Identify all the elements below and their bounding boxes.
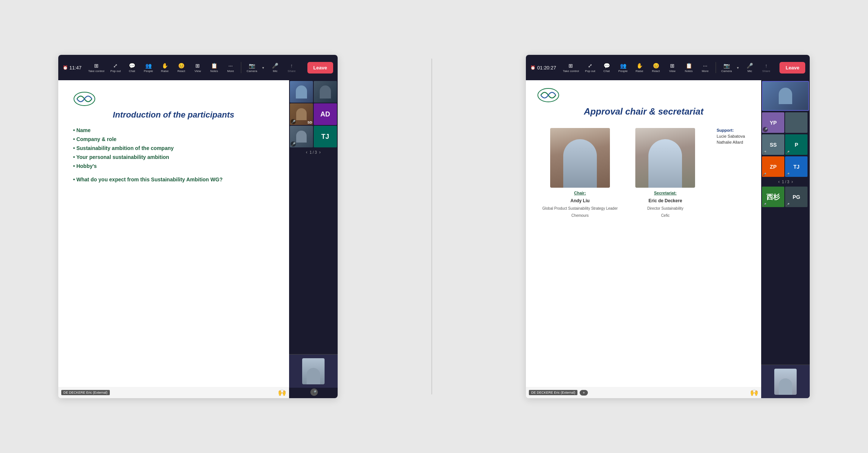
mic-btn-1[interactable]: 🎤 Mic	[268, 61, 283, 74]
avatar-p: P	[795, 142, 798, 148]
self-avatar-1	[302, 358, 325, 384]
react-btn-1[interactable]: 😊 React	[174, 61, 189, 74]
add-reaction-btn[interactable]: +	[580, 390, 588, 396]
raise-icon-1: ✋	[162, 63, 168, 69]
sec-label: Secretariat:	[654, 191, 677, 195]
sec-name: Eric de Deckere	[648, 198, 682, 203]
camera-chevron-1[interactable]: ▾	[260, 66, 266, 70]
support-name2: Nathalie Allard	[717, 140, 743, 144]
camera-btn-2[interactable]: 📷 Camera	[719, 61, 734, 74]
divider-2	[716, 62, 716, 73]
people-icon-2: 👥	[620, 63, 626, 69]
participant-thumb-tj: TJ	[314, 126, 337, 147]
raise-btn-2[interactable]: ✋ Raise	[632, 61, 647, 74]
mic-icon-1: 🎤	[272, 63, 278, 69]
view-icon-2: ⊞	[670, 63, 675, 69]
camera-chevron-2[interactable]: ▾	[735, 66, 741, 70]
more-btn-1[interactable]: ··· More	[223, 61, 238, 74]
leave-btn-1[interactable]: Leave	[307, 62, 333, 74]
mic-btn-2[interactable]: 🎤 Mic	[743, 61, 757, 74]
time-value-1: 11:47	[69, 65, 82, 71]
chevron-down-icon-1: ▾	[262, 66, 264, 70]
pop-out-btn-2[interactable]: ⤢ Pop out	[583, 61, 598, 74]
mic-ss: 🎤	[763, 151, 766, 154]
mic-icon-2: 🎤	[747, 63, 753, 69]
avatar-pg: PG	[793, 194, 800, 200]
pop-out-btn-1[interactable]: ⤢ Pop out	[108, 61, 123, 74]
slide2-title: Approval chair & secretariat	[537, 106, 750, 117]
notes-icon-1: 📋	[211, 63, 217, 69]
presenter-name-1: DE DECKERE Eric (External)	[61, 390, 110, 395]
self-mic-icon: 🎤	[310, 388, 318, 396]
people-btn-2[interactable]: 👥 People	[616, 61, 630, 74]
slide-content-1: Introduction of the participants Name Co…	[58, 80, 289, 387]
camera-btn-1[interactable]: 📷 Camera	[244, 61, 259, 74]
slide-area-2: Approval chair & secretariat Chair: Andy…	[526, 80, 761, 398]
raise-btn-1[interactable]: ✋ Raise	[157, 61, 172, 74]
logo-1	[73, 91, 96, 106]
react-btn-2[interactable]: 😊 React	[648, 61, 663, 74]
prev-page-btn-2[interactable]: ‹	[778, 179, 780, 184]
row-chinese-pg: 西杉 🎤 PG 🎤	[761, 186, 810, 208]
people-btn-1[interactable]: 👥 People	[141, 61, 156, 74]
top-row-p2	[761, 80, 810, 112]
react-icon-2: 😊	[653, 63, 659, 69]
page-indicator-1: 1 / 3	[310, 150, 317, 154]
take-control-btn-2[interactable]: ⊞ Take control	[561, 61, 581, 74]
camera-section-2: 📷 Camera ▾	[719, 61, 741, 74]
prev-page-btn-1[interactable]: ‹	[306, 150, 307, 155]
toolbar-1: ⏰ 11:47 ⊞ Take control ⤢ Pop out 💬 Chat …	[58, 55, 338, 80]
next-page-btn-1[interactable]: ›	[319, 150, 320, 155]
p-thumb-yp-left: YP 🎤	[762, 112, 784, 133]
bullet-sustainability: Sustainability ambition of the company	[73, 145, 274, 151]
participant-thumb-sd: 🎤 SD	[290, 103, 313, 125]
participant-thumb-ad: AD	[314, 103, 337, 125]
people-icon-1: 👥	[145, 63, 152, 69]
chat-btn-2[interactable]: 💬 Chat	[599, 61, 614, 74]
slide-footer-1: DE DECKERE Eric (External) 🙌	[58, 387, 289, 398]
chair-label: Chair:	[574, 191, 586, 195]
presenter-name-2: DE DECKERE Eric (External)	[529, 390, 577, 395]
content-area-2: Approval chair & secretariat Chair: Andy…	[526, 80, 810, 398]
teams-window-1: ⏰ 11:47 ⊞ Take control ⤢ Pop out 💬 Chat …	[58, 55, 338, 398]
next-page-btn-2[interactable]: ›	[791, 179, 793, 184]
view-btn-1[interactable]: ⊞ View	[190, 61, 205, 74]
p-thumb-zp: ZP 🎤	[762, 156, 784, 177]
leave-btn-2[interactable]: Leave	[779, 62, 805, 74]
slide-footer-2: DE DECKERE Eric (External) + 🙌	[526, 387, 761, 398]
camera-icon-1: 📷	[249, 63, 255, 69]
pop-out-icon-1: ⤢	[113, 63, 118, 69]
notes-btn-1[interactable]: 📋 Notes	[207, 61, 221, 74]
share-icon-1: ↑	[290, 63, 293, 69]
support-section: Support: Lucie Sabatova Nathalie Allard	[713, 128, 745, 144]
notes-btn-2[interactable]: 📋 Notes	[681, 61, 696, 74]
mic-pg: 🎤	[786, 203, 790, 206]
time-display-1: ⏰ 11:47	[63, 65, 82, 71]
windows-divider	[431, 59, 432, 394]
share-btn-2[interactable]: ↑ Share	[759, 61, 774, 74]
take-control-btn-1[interactable]: ⊞ Take control	[86, 61, 106, 74]
self-preview-2	[761, 365, 810, 398]
take-control-icon-1: ⊞	[94, 63, 99, 69]
chat-btn-1[interactable]: 💬 Chat	[124, 61, 139, 74]
view-btn-2[interactable]: ⊞ View	[665, 61, 680, 74]
slide-bullets-1: Name Company & role Sustainability ambit…	[73, 127, 274, 169]
sec-photo	[635, 128, 695, 188]
share-btn-1[interactable]: ↑ Share	[284, 61, 299, 74]
avatar-tj: TJ	[314, 126, 337, 147]
more-btn-2[interactable]: ··· More	[698, 61, 713, 74]
toolbar-2: ⏰ 01:20:27 ⊞ Take control ⤢ Pop out 💬 Ch…	[526, 55, 810, 80]
participants-panel-2: YP 🎤 SS 🎤 P 🎤	[761, 80, 810, 398]
avatar-ad: AD	[314, 103, 337, 125]
row-zp-tj: ZP 🎤 TJ 🎤	[761, 156, 810, 178]
time-value-2: 01:20:27	[537, 65, 556, 71]
bullet-company: Company & role	[73, 136, 274, 142]
label-sd: SD	[307, 121, 312, 124]
sec-role2: Cefic	[661, 213, 670, 218]
pagination-2: ‹ 1 / 3 ›	[761, 178, 810, 186]
p-thumb-chinese: 西杉 🎤	[762, 187, 784, 207]
p-thumb-ss: SS 🎤	[762, 134, 784, 155]
logo-2	[537, 88, 559, 103]
notes-icon-2: 📋	[686, 63, 692, 69]
mic-tj2: 🎤	[786, 173, 790, 176]
